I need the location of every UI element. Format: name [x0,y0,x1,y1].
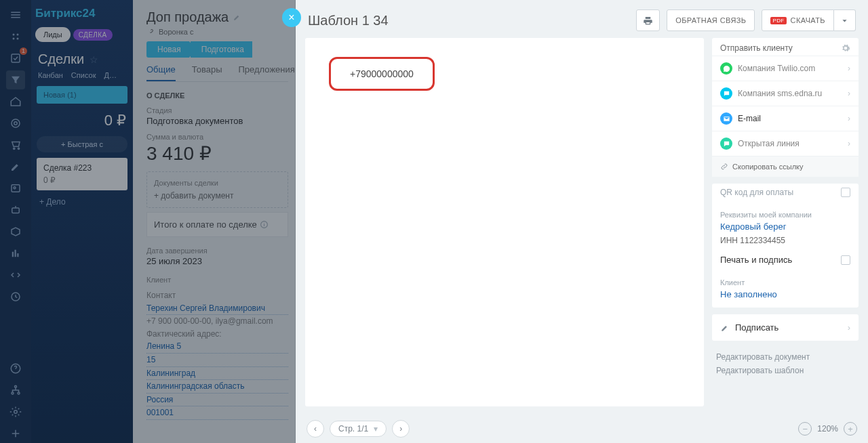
info-icon[interactable] [260,220,269,229]
client-heading: Клиент [712,272,859,289]
add-document-link[interactable]: + добавить документ [154,191,281,201]
rail-icon-code[interactable] [6,266,25,284]
address-line[interactable]: 15 [146,354,288,367]
feedback-button[interactable]: ОБРАТНАЯ СВЯЗЬ [667,9,755,31]
rail-icon-settings[interactable] [6,402,25,421]
sign-label: Подписать [735,322,778,333]
deal-tabs: Общие Товары Предложения [146,64,288,82]
sum-label: Сумма и валюта [146,133,288,141]
deal-documents-box: Документы сделки + добавить документ [146,171,288,208]
document-footer: ‹ Стр. 1/1▾ › − 120% + [296,415,868,443]
deal-card-price: 0 ₽ [43,175,121,185]
print-button[interactable] [636,9,660,31]
stamp-label: Печать и подпись [720,255,792,265]
whatsapp-icon [720,62,732,75]
address-line[interactable]: Калининградская область [146,380,288,394]
document-panel: Шаблон 1 34 ОБРАТНАЯ СВЯЗЬ PDFСКАЧАТЬ +7… [296,0,868,443]
download-menu-button[interactable] [834,9,856,31]
address-line[interactable]: Россия [146,394,288,407]
contact-name[interactable]: Терехин Сергей Владимирович [146,302,288,316]
rail-icon-box[interactable] [6,222,25,241]
edit-document-link[interactable]: Редактировать документ [716,350,854,364]
tab-products[interactable]: Товары [192,64,222,81]
document-header: Шаблон 1 34 ОБРАТНАЯ СВЯЗЬ PDFСКАЧАТЬ [296,0,868,38]
rail-icon-add[interactable] [6,424,25,443]
copy-link[interactable]: Скопировать ссылку [712,156,859,177]
deal-title: Доп продажа [146,9,288,25]
rail-icon-filter[interactable] [6,70,25,89]
rail-icon-tasks[interactable]: 1 [6,49,25,68]
gear-icon[interactable] [841,43,850,53]
view-switch: Канбан Список Д… [31,71,133,83]
rail-icon-clock[interactable] [6,287,25,306]
rail-icon-chart[interactable] [6,244,25,263]
address-label: Фактический адрес: [146,328,288,341]
chat-icon [720,138,732,150]
about-heading: О СДЕЛКЕ [146,91,288,100]
svg-point-16 [18,392,20,394]
add-task-link[interactable]: + Дело [31,190,133,213]
send-twilio[interactable]: Компания Twilio.com› [712,56,859,81]
view-more[interactable]: Д… [104,71,116,79]
page-prev-button[interactable]: ‹ [307,420,324,438]
address-line[interactable]: Ленина 5 [146,340,288,354]
address-line[interactable]: 001001 [146,406,288,420]
rail-icon-target[interactable] [6,114,25,133]
contact-label: Контакт [146,289,288,302]
address-line[interactable]: Калининград [146,367,288,381]
rail-icon-help[interactable] [6,359,25,378]
deal-card[interactable]: Сделка #223 0 ₽ [37,158,127,190]
rail-icon-sitemap[interactable] [6,381,25,400]
close-button[interactable]: × [282,8,301,27]
client-link[interactable]: Не заполнено [712,289,859,308]
deal-badge[interactable]: СДЕЛКА [73,29,113,41]
stage-pill[interactable]: Новая (1) [37,86,127,104]
zoom-out-button[interactable]: − [798,422,812,436]
page-next-button[interactable]: › [392,420,410,438]
download-button[interactable]: PDFСКАЧАТЬ [762,9,834,31]
left-icon-rail: 1 [0,0,31,443]
menu-icon[interactable] [6,5,25,24]
tab-general[interactable]: Общие [146,64,176,81]
rail-icon-contacts[interactable] [6,179,25,198]
stage-chip[interactable]: Новая [146,41,189,58]
send-email[interactable]: E-mail› [712,106,859,131]
svg-point-2 [13,38,15,40]
svg-point-0 [13,34,15,36]
rail-icon-robot[interactable] [6,201,25,219]
rail-icon-cart[interactable] [6,135,25,154]
edit-template-link[interactable]: Редактировать шаблон [716,364,854,377]
send-edna[interactable]: Компания sms.edna.ru› [712,81,859,106]
deals-sidebar: Битрикс24 Лиды СДЕЛКА Сделки☆ Канбан Спи… [31,0,133,443]
stamp-checkbox[interactable] [841,255,850,265]
edit-icon[interactable] [233,13,241,22]
leads-pill[interactable]: Лиды [35,27,71,42]
breadcrumb: Воронка с [146,28,288,36]
stage-progress[interactable]: Новая Подготовка [146,41,288,58]
tab-offers[interactable]: Предложения [238,64,294,81]
quick-add-button[interactable]: + Быстрая с [37,136,127,152]
deal-detail-panel: Доп продажа Воронка с Новая Подготовка О… [133,0,296,443]
stage-sum: 0 ₽ [31,110,133,136]
stage-chip[interactable]: Подготовка [191,41,252,58]
qr-checkbox[interactable] [841,188,850,197]
logo: Битрикс24 [31,3,133,27]
view-list[interactable]: Список [71,71,96,79]
company-link[interactable]: Кедровый берег [712,222,859,236]
zoom-in-button[interactable]: + [844,422,857,436]
svg-point-7 [14,148,15,149]
svg-point-8 [18,148,19,149]
docs-heading: Документы сделки [154,179,281,187]
sign-card[interactable]: Подписать › [712,314,859,341]
send-heading: Отправить клиенту [720,43,793,53]
page-indicator[interactable]: Стр. 1/1▾ [330,421,387,437]
rail-icon-1[interactable] [6,27,25,46]
rail-icon-pen[interactable] [6,157,25,176]
svg-point-6 [14,122,18,125]
send-openline[interactable]: Открытая линия› [712,131,859,156]
document-page: +79000000000 [305,38,704,406]
rail-icon-home[interactable] [6,92,25,111]
view-kanban[interactable]: Канбан [38,71,63,79]
star-icon[interactable]: ☆ [90,54,98,65]
document-title: Шаблон 1 34 [308,13,629,28]
